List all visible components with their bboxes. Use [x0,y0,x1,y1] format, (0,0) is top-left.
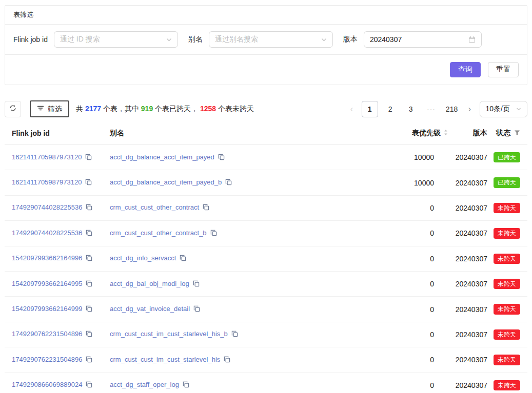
job-id-link[interactable]: 1621411705987973120 [12,178,82,186]
priority-cell: 0 [349,322,451,347]
alias-field: 别名 通过别名搜索 [188,31,333,48]
job-id-link[interactable]: 1542097993662164999 [12,305,82,313]
copy-icon[interactable] [231,330,238,339]
tables-table-wrap: Flink job id 别名 表优先级 版本 状态 1621411705987… [5,125,527,393]
copy-icon[interactable] [85,179,92,187]
alias-link[interactable]: crm_cust_cust_im_cust_starlevel_his_b [110,330,228,338]
job-id-link[interactable]: 1749290866069889024 [12,381,82,388]
alias-link[interactable]: acct_dg_bal_obj_modi_log [110,280,189,287]
alias-cell: acct_dg_staff_oper_log [110,373,349,393]
copy-icon[interactable] [218,154,225,162]
status-cell: 未跨天 [487,271,527,296]
job-id-link[interactable]: 1542097993662164996 [12,254,82,262]
filter-card: 表筛选 Flink job id 通过 ID 搜索 别名 通过别名搜索 版本 [5,5,527,85]
copy-icon[interactable] [86,305,92,314]
table-toolbar: 筛选 共 2177 个表，其中 919 个表已跨天， 1258 个表未跨天 ‹1… [5,100,527,117]
job-id-link[interactable]: 1542097993662164995 [12,280,82,287]
summary-not-crossed-count: 1258 [200,105,216,113]
copy-icon[interactable] [86,381,92,389]
table-header-row: Flink job id 别名 表优先级 版本 状态 [5,125,527,145]
job-id-link[interactable]: 1749290744028225536 [12,203,82,211]
filter-form: Flink job id 通过 ID 搜索 别名 通过别名搜索 版本 20240… [5,25,527,55]
copy-icon[interactable] [86,280,92,288]
version-cell: 20240307 [451,170,487,195]
version-cell: 20240307 [451,373,487,393]
status-cell: 未跨天 [487,297,527,322]
version-date-input[interactable]: 20240307 [364,31,482,48]
alias-link[interactable]: acct_dg_balance_acct_item_payed [110,153,214,161]
copy-icon[interactable] [86,204,92,212]
priority-cell: 0 [349,373,451,393]
reset-button[interactable]: 重置 [488,62,519,77]
page-button-2[interactable]: 2 [382,101,399,117]
job-id-link[interactable]: 1749290762231504896 [12,330,82,338]
copy-icon[interactable] [225,179,232,187]
copy-icon[interactable] [183,381,189,389]
column-header-priority[interactable]: 表优先级 [349,125,451,145]
version-label: 版本 [343,35,358,44]
sort-icon[interactable] [443,129,448,136]
alias-label: 别名 [188,35,203,44]
job-id-link[interactable]: 1749290744028225536 [12,229,82,237]
page-button-1[interactable]: 1 [362,101,378,117]
page-button-218[interactable]: 218 [444,101,460,117]
job-id-link[interactable]: 1749290762231504896 [12,356,82,363]
copy-icon[interactable] [193,280,200,288]
filter-funnel-icon[interactable] [514,130,520,136]
copy-icon[interactable] [86,230,92,238]
refresh-button[interactable] [5,101,21,117]
alias-cell: crm_cust_cust_im_cust_starlevel_his_b [110,322,349,347]
page-button-3[interactable]: 3 [403,101,419,117]
alias-link[interactable]: acct_dg_staff_oper_log [110,381,179,388]
status-badge: 未跨天 [494,380,520,390]
alias-select[interactable]: 通过别名搜索 [209,31,333,48]
status-cell: 未跨天 [487,322,527,347]
tables-table: Flink job id 别名 表优先级 版本 状态 1621411705987… [5,125,527,393]
alias-link[interactable]: acct_dg_balance_acct_item_payed_b [110,178,222,186]
alias-link[interactable]: crm_cust_cust_other_contract [110,203,199,211]
copy-icon[interactable] [86,330,92,339]
copy-icon[interactable] [86,255,92,263]
column-header-alias: 别名 [110,125,349,145]
copy-icon[interactable] [85,154,92,162]
status-cell: 未跨天 [487,347,527,373]
priority-cell: 0 [349,246,451,271]
alias-link[interactable]: acct_dg_vat_invoice_detail [110,305,190,313]
copy-icon[interactable] [224,356,230,364]
priority-cell: 0 [349,347,451,373]
alias-cell: acct_dg_balance_acct_item_payed [110,145,349,170]
version-cell: 20240307 [451,347,487,373]
alias-link[interactable]: acct_dg_info_servacct [110,254,176,262]
copy-icon[interactable] [86,356,92,364]
copy-icon[interactable] [203,204,209,212]
page-size-value: 10条/页 [486,105,510,114]
job-id-link[interactable]: 1621411705987973120 [12,153,82,161]
status-badge: 未跨天 [494,304,520,314]
copy-icon[interactable] [180,255,186,263]
copy-icon[interactable] [193,305,200,314]
flink-job-id-field: Flink job id 通过 ID 搜索 [13,31,178,48]
filter-toggle-button[interactable]: 筛选 [30,100,69,117]
table-row: 1749290744028225536crm_cust_cust_other_c… [5,195,527,220]
table-row: 1749290762231504896crm_cust_cust_im_cust… [5,347,527,373]
alias-cell: acct_dg_info_servacct [110,246,349,271]
flink-job-id-select[interactable]: 通过 ID 搜索 [54,31,178,48]
status-cell: 已跨天 [487,145,527,170]
column-header-status[interactable]: 状态 [487,125,527,145]
page-size-select[interactable]: 10条/页 [480,101,527,117]
query-button[interactable]: 查询 [450,62,481,77]
alias-placeholder: 通过别名搜索 [215,35,258,44]
alias-cell: crm_cust_cust_other_contract_b [110,221,349,246]
table-summary: 共 2177 个表，其中 919 个表已跨天， 1258 个表未跨天 [76,105,254,114]
alias-link[interactable]: crm_cust_cust_other_contract_b [110,229,207,237]
copy-icon[interactable] [210,230,217,238]
status-badge: 未跨天 [494,355,520,365]
flink-job-id-placeholder: 通过 ID 搜索 [60,35,100,44]
status-badge: 已跨天 [494,152,520,162]
status-badge: 未跨天 [494,279,520,289]
alias-link[interactable]: crm_cust_cust_im_cust_starlevel_his [110,356,220,363]
filter-card-header: 表筛选 [5,6,527,25]
next-page-button[interactable]: › [464,101,476,117]
table-row: 1749290762231504896crm_cust_cust_im_cust… [5,322,527,347]
summary-text: 个表未跨天 [216,105,254,113]
